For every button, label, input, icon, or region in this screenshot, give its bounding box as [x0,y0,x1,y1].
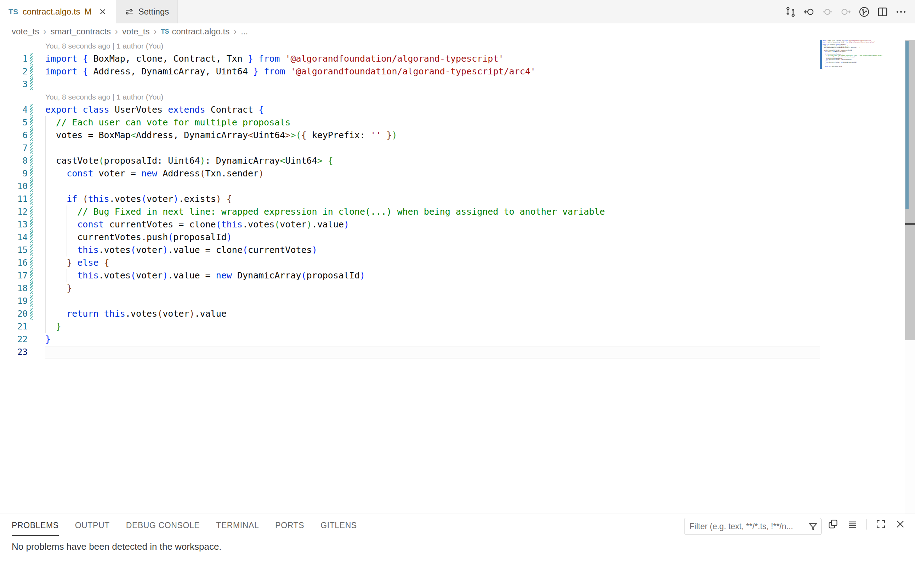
breadcrumb-item[interactable]: smart_contracts [50,27,111,37]
line-number[interactable]: 14 [0,231,27,244]
line-number[interactable]: 12 [0,205,27,218]
git-change-indicator [30,78,32,90]
line-number[interactable]: 20 [0,307,27,320]
tab-gitlens[interactable]: GITLENS [321,521,357,536]
code-line-16[interactable]: 16 } else { [0,257,820,269]
panel-tabs: PROBLEMS OUTPUT DEBUG CONSOLE TERMINAL P… [12,521,357,536]
code-line-2[interactable]: 2import { Address, DynamicArray, Uint64 … [0,65,820,78]
line-number[interactable]: 13 [0,218,27,231]
code-line-1[interactable]: 1import { BoxMap, clone, Contract, Txn }… [0,52,820,65]
git-change-indicator [30,206,32,218]
code-area[interactable]: You, 8 seconds ago | 1 author (You)1impo… [0,40,820,359]
line-number[interactable]: 10 [0,180,27,193]
chevron-right-icon: › [115,27,118,37]
line-number[interactable]: 9 [0,167,27,180]
chevron-right-icon: › [234,27,237,37]
next-change-icon[interactable] [839,6,852,18]
line-number[interactable]: 11 [0,193,27,205]
codelens-text[interactable]: You, 8 seconds ago | 1 author (You) [45,40,163,52]
line-number[interactable]: 5 [0,116,27,129]
tab-settings[interactable]: Settings [116,0,178,23]
code-line-3[interactable]: 3 [0,78,820,90]
line-number[interactable]: 7 [0,142,27,154]
line-number[interactable]: 6 [0,129,27,142]
tab-contract-algo-ts[interactable]: TS contract.algo.ts M [0,0,116,23]
code-line-4[interactable]: 4export class UserVotes extends Contract… [0,103,820,116]
line-number[interactable]: 21 [0,320,27,333]
code-line-23[interactable] [823,70,910,71]
line-number[interactable]: 19 [0,295,27,307]
open-previous-revision-icon[interactable] [803,6,815,18]
line-number[interactable]: 8 [0,154,27,167]
chevron-right-icon: › [43,27,46,37]
code-line-12[interactable]: 12 // Bug Fixed in next line: wrapped ex… [0,205,820,218]
tab-terminal[interactable]: TERMINAL [216,521,259,536]
breadcrumb-item-symbol[interactable]: ... [241,27,248,37]
more-actions-icon[interactable] [895,6,907,18]
code-line-10[interactable]: 10 [0,180,820,193]
close-tab-icon[interactable] [98,7,107,16]
line-number[interactable]: 16 [0,257,27,269]
tab-problems[interactable]: PROBLEMS [12,521,59,536]
codelens[interactable]: You, 8 seconds ago | 1 author (You) [0,40,820,52]
line-number[interactable]: 4 [0,103,27,116]
code-line-11[interactable]: 11 if (this.votes(voter).exists) { [0,193,820,205]
maximize-panel-icon[interactable] [875,519,886,530]
breadcrumb: vote_ts › smart_contracts › vote_ts › TS… [0,23,915,40]
vscode-window: TS contract.algo.ts M Settings [0,0,915,588]
code-line-15[interactable]: 15 this.votes(voter).value = clone(curre… [0,244,820,257]
collapse-all-icon[interactable] [847,519,858,530]
filter-funnel-icon[interactable] [808,522,818,532]
view-as-table-icon[interactable] [828,519,839,530]
previous-change-icon[interactable] [821,6,834,18]
indent-guide [45,295,46,307]
tab-debug-console[interactable]: DEBUG CONSOLE [126,521,200,536]
code-line-19[interactable]: 19 [0,295,820,307]
line-number[interactable]: 18 [0,282,27,295]
breadcrumb-item[interactable]: vote_ts [122,27,149,37]
problems-filter-input[interactable] [684,518,821,535]
breadcrumb-item-file[interactable]: contract.algo.ts [172,27,230,37]
line-number[interactable]: 15 [0,244,27,257]
tab-label: Settings [139,7,169,17]
code-line-13[interactable]: 13 const currentVotes = clone(this.votes… [0,218,820,231]
code-line-9[interactable]: 9 const voter = new Address(Txn.sender) [0,167,820,180]
code-line-14[interactable]: 14 currentVotes.push(proposalId) [0,231,820,244]
line-number[interactable]: 2 [0,65,27,78]
git-change-indicator [30,257,32,269]
codelens[interactable]: You, 8 seconds ago | 1 author (You) [0,90,820,103]
git-change-indicator [30,155,32,167]
code-line-20[interactable]: 20 return this.votes(voter).value [0,307,820,320]
indent-guide [45,142,46,154]
breadcrumb-item[interactable]: vote_ts [12,27,39,37]
code-line-22[interactable]: 22} [0,333,820,346]
code-line-17[interactable]: 17 this.votes(voter).value = new Dynamic… [0,269,820,282]
line-number[interactable]: 3 [0,78,27,90]
code-line-6[interactable]: 6 votes = BoxMap<Address, DynamicArray<U… [0,129,820,142]
scrollbar[interactable] [905,40,915,514]
line-number[interactable]: 22 [0,333,27,346]
line-number[interactable]: 17 [0,269,27,282]
indent-guide [45,180,46,193]
code-line-18[interactable]: 18 } [0,282,820,295]
code-line-23[interactable]: 23 [0,346,820,359]
tab-output[interactable]: OUTPUT [75,521,110,536]
git-change-indicator [30,218,32,231]
tab-ports[interactable]: PORTS [275,521,304,536]
codelens-text[interactable]: You, 8 seconds ago | 1 author (You) [45,90,163,103]
git-change-indicator [30,231,32,243]
line-number[interactable]: 1 [0,52,27,65]
minimap[interactable]: import { BoxMap, clone, Contract, Txn } … [820,40,905,514]
code-line-7[interactable]: 7 [0,142,820,154]
close-panel-icon[interactable] [895,519,906,530]
code-line-8[interactable]: 8 castVote(proposalId: Uint64): DynamicA… [0,154,820,167]
typescript-file-icon: TS [8,7,18,16]
split-editor-icon[interactable] [876,6,889,18]
git-change-indicator [30,270,32,282]
code-line-5[interactable]: 5 // Each user can vote for multiple pro… [0,116,820,129]
line-number[interactable]: 23 [0,346,27,359]
code-line-21[interactable]: 21 } [0,320,820,333]
compare-changes-icon[interactable] [784,6,797,18]
panel-actions [828,519,906,530]
commit-graph-icon[interactable] [858,6,870,18]
